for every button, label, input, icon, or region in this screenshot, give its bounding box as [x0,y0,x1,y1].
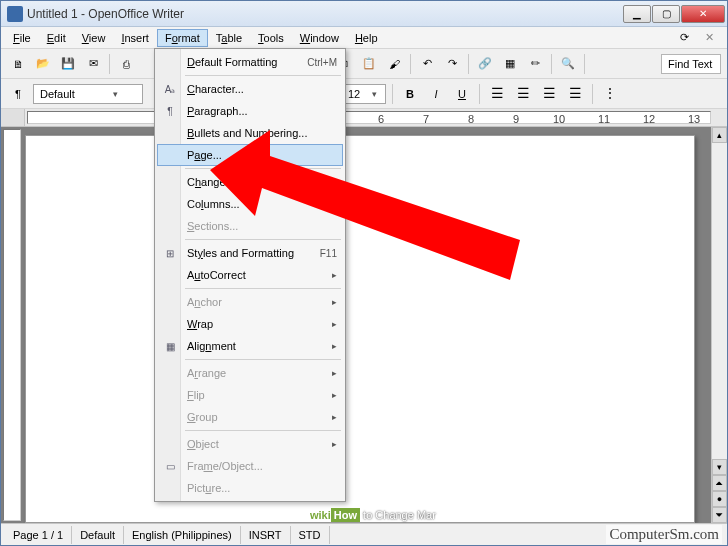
submenu-arrow-icon: ▸ [332,412,337,422]
submenu-arrow-icon: ▸ [332,390,337,400]
menu-edit[interactable]: Edit [39,29,74,47]
underline-button[interactable]: U [451,83,473,105]
window-controls: ▁ ▢ ✕ [623,5,725,23]
paragraph-style-value: Default [40,88,90,100]
submenu-arrow-icon: ▸ [332,368,337,378]
update-icon[interactable]: ⟳ [673,27,695,49]
save-icon[interactable]: 💾 [57,53,79,75]
submenu-arrow-icon: ▸ [332,439,337,449]
next-page-icon[interactable]: ⏷ [712,507,727,523]
wikihow-watermark: wikiHow to Change Mar [310,506,436,522]
menu-flip: Flip▸ [157,384,343,406]
standard-toolbar: 🗎 📂 💾 ✉ ⎙ ⧉ 📋 🖌 ↶ ↷ 🔗 ▦ ✏ 🔍 Find Text [1,49,727,79]
align-right-button[interactable]: ☰ [538,83,560,105]
align-left-button[interactable]: ☰ [486,83,508,105]
submenu-arrow-icon: ▸ [332,270,337,280]
chevron-down-icon: ▾ [366,89,384,99]
app-icon [7,6,23,22]
menu-picture: Picture... [157,477,343,499]
more-icon[interactable]: ⋮ [599,83,621,105]
styles-icon[interactable]: ¶ [7,83,29,105]
scroll-down-icon[interactable]: ▾ [712,459,727,475]
scroll-track[interactable] [712,143,727,459]
menu-help[interactable]: Help [347,29,386,47]
site-watermark: ComputerSm.com [606,525,722,544]
format-menu-dropdown: Default Formatting Ctrl+M Aₐ Character..… [154,48,346,502]
find-text-box[interactable]: Find Text [661,54,721,74]
menu-default-formatting[interactable]: Default Formatting Ctrl+M [157,51,343,73]
menu-window[interactable]: Window [292,29,347,47]
document-close-icon[interactable]: ✕ [701,30,717,46]
menu-page[interactable]: Page... [157,144,343,166]
horizontal-ruler[interactable]: 6 7 8 9 10 11 12 13 [27,111,711,124]
scroll-up-icon[interactable]: ▴ [712,127,727,143]
align-center-button[interactable]: ☰ [512,83,534,105]
undo-icon[interactable]: ↶ [416,53,438,75]
vertical-scrollbar[interactable]: ▴ ▾ ⏶ ● ⏷ [711,127,727,523]
menu-styles-formatting[interactable]: ⊞ Styles and Formatting F11 [157,242,343,264]
menu-object: Object▸ [157,433,343,455]
paragraph-style-combo[interactable]: Default ▾ [33,84,143,104]
status-insert-mode[interactable]: INSRT [241,526,291,544]
menu-paragraph[interactable]: ¶ Paragraph... [157,100,343,122]
menu-autocorrect[interactable]: AutoCorrect▸ [157,264,343,286]
menu-tools[interactable]: Tools [250,29,292,47]
menu-sections: Sections... [157,215,343,237]
menu-format[interactable]: Format [157,29,208,47]
hyperlink-icon[interactable]: 🔗 [474,53,496,75]
minimize-button[interactable]: ▁ [623,5,651,23]
prev-page-icon[interactable]: ⏶ [712,475,727,491]
maximize-button[interactable]: ▢ [652,5,680,23]
pdf-icon[interactable]: ⎙ [115,53,137,75]
page[interactable] [25,135,695,523]
status-selection-mode[interactable]: STD [291,526,330,544]
close-button[interactable]: ✕ [681,5,725,23]
status-page[interactable]: Page 1 / 1 [5,526,72,544]
app-window: Untitled 1 - OpenOffice Writer ▁ ▢ ✕ Fil… [0,0,728,546]
character-icon: Aₐ [162,81,178,97]
menu-anchor: Anchor▸ [157,291,343,313]
status-style[interactable]: Default [72,526,124,544]
titlebar: Untitled 1 - OpenOffice Writer ▁ ▢ ✕ [1,1,727,27]
open-icon[interactable]: 📂 [32,53,54,75]
menu-table[interactable]: Table [208,29,250,47]
format-paint-icon[interactable]: 🖌 [383,53,405,75]
menu-view[interactable]: View [74,29,114,47]
submenu-arrow-icon: ▸ [332,297,337,307]
menubar: File Edit View Insert Format Table Tools… [1,27,727,49]
page-viewport [23,127,711,523]
document-area: ▴ ▾ ⏶ ● ⏷ [1,127,727,523]
paragraph-icon: ¶ [162,103,178,119]
submenu-arrow-icon: ▸ [332,341,337,351]
styles-icon: ⊞ [162,245,178,261]
table-icon[interactable]: ▦ [499,53,521,75]
menu-file[interactable]: File [5,29,39,47]
new-doc-icon[interactable]: 🗎 [7,53,29,75]
menu-character[interactable]: Aₐ Character... [157,78,343,100]
menu-wrap[interactable]: Wrap▸ [157,313,343,335]
redo-icon[interactable]: ↷ [441,53,463,75]
menu-change-case[interactable]: Change Case▸ [157,171,343,193]
bold-button[interactable]: B [399,83,421,105]
status-language[interactable]: English (Philippines) [124,526,241,544]
alignment-icon: ▦ [162,338,178,354]
submenu-arrow-icon: ▸ [332,319,337,329]
window-title: Untitled 1 - OpenOffice Writer [27,7,623,21]
menu-columns[interactable]: Columns... [157,193,343,215]
paste-icon[interactable]: 📋 [358,53,380,75]
align-justify-button[interactable]: ☰ [564,83,586,105]
font-size-combo[interactable]: 12 ▾ [341,84,386,104]
ruler-row: 6 7 8 9 10 11 12 13 [1,109,727,127]
menu-bullets-numbering[interactable]: Bullets and Numbering... [157,122,343,144]
vertical-ruler[interactable] [3,129,21,521]
menu-frame-object: ▭ Frame/Object... [157,455,343,477]
menu-insert[interactable]: Insert [113,29,157,47]
chevron-down-icon: ▾ [90,89,140,99]
show-draw-icon[interactable]: ✏ [524,53,546,75]
italic-button[interactable]: I [425,83,447,105]
format-toolbar: ¶ Default ▾ 12 ▾ B I U ☰ ☰ ☰ ☰ ⋮ [1,79,727,109]
menu-alignment[interactable]: ▦ Alignment▸ [157,335,343,357]
find-icon[interactable]: 🔍 [557,53,579,75]
nav-icon[interactable]: ● [712,491,727,507]
email-icon[interactable]: ✉ [82,53,104,75]
